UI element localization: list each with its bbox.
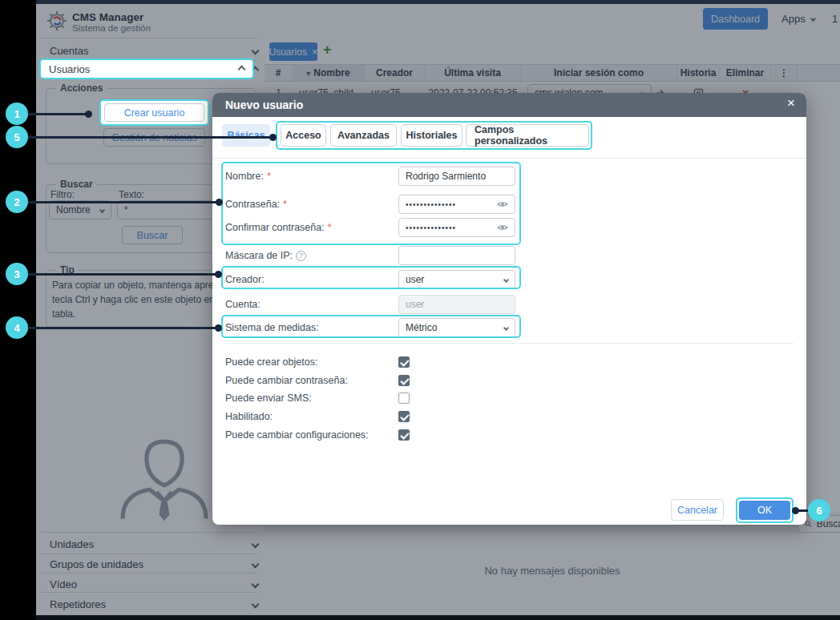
close-icon[interactable]: × xyxy=(787,95,795,111)
highlight-name-password xyxy=(221,162,521,245)
form-divider xyxy=(225,343,794,344)
highlight-crear-usuario[interactable]: Crear usuario xyxy=(99,99,209,126)
cambiar-contrasena-checkbox[interactable] xyxy=(398,375,410,386)
annotation-badge-4: 4 xyxy=(6,316,28,339)
highlight-usuarios[interactable]: Usuarios xyxy=(39,58,254,79)
habilitado-label: Habilitado: xyxy=(225,407,273,426)
cancel-button[interactable]: Cancelar xyxy=(671,499,724,521)
habilitado-checkbox[interactable] xyxy=(398,411,410,422)
cuenta-input: user xyxy=(398,295,515,314)
annotation-badge-3: 3 xyxy=(6,263,28,285)
dialog-header: Nuevo usuario × xyxy=(212,93,806,117)
annotation-dot-5 xyxy=(269,134,277,141)
cambiar-configuraciones-label: Puede cambiar configuraciones: xyxy=(225,425,369,445)
highlight-medidas xyxy=(221,315,521,338)
nuevo-usuario-dialog: Nuevo usuario × Básicas Acceso Avanzadas… xyxy=(212,93,806,525)
highlight-ok xyxy=(736,497,794,523)
crear-objetos-checkbox[interactable] xyxy=(398,356,410,368)
chevron-up-icon xyxy=(238,65,246,73)
crear-usuario-button[interactable]: Crear usuario xyxy=(104,103,204,122)
enviar-sms-label: Puede enviar SMS: xyxy=(225,389,312,408)
tab-basicas[interactable]: Básicas xyxy=(222,124,270,147)
tabs-divider xyxy=(212,158,806,159)
annotation-dot-2 xyxy=(216,199,223,206)
help-icon[interactable]: ? xyxy=(296,251,306,261)
annotation-line-1 xyxy=(26,113,89,115)
annotation-line-5 xyxy=(26,136,272,139)
enviar-sms-checkbox[interactable] xyxy=(398,393,410,404)
annotation-line-4 xyxy=(26,327,218,329)
annotation-line-2 xyxy=(26,201,219,203)
highlight-tabs xyxy=(276,121,592,150)
highlight-creador xyxy=(221,266,521,289)
dialog-title: Nuevo usuario xyxy=(225,99,303,111)
annotation-dot-4 xyxy=(215,324,222,332)
annotation-badge-1: 1 xyxy=(6,103,28,125)
mascara-label: Máscara de IP:? xyxy=(225,246,306,265)
cuenta-label: Cuenta: xyxy=(225,295,260,314)
annotation-dot-6 xyxy=(792,507,799,514)
cambiar-contrasena-label: Puede cambiar contraseña: xyxy=(225,371,348,390)
annotation-line-3 xyxy=(26,273,218,276)
annotation-dot-1 xyxy=(85,111,92,118)
screen: CMS Manager Sistema de gestión Dashboard… xyxy=(0,0,840,620)
mascara-input[interactable] xyxy=(398,246,515,265)
annotation-badge-5: 5 xyxy=(6,126,28,148)
crear-objetos-label: Puede crear objetos: xyxy=(225,352,317,372)
annotation-dot-3 xyxy=(215,271,222,278)
annotation-badge-2: 2 xyxy=(6,191,28,213)
cambiar-configuraciones-checkbox[interactable] xyxy=(398,429,410,441)
annotation-badge-6: 6 xyxy=(808,499,830,521)
